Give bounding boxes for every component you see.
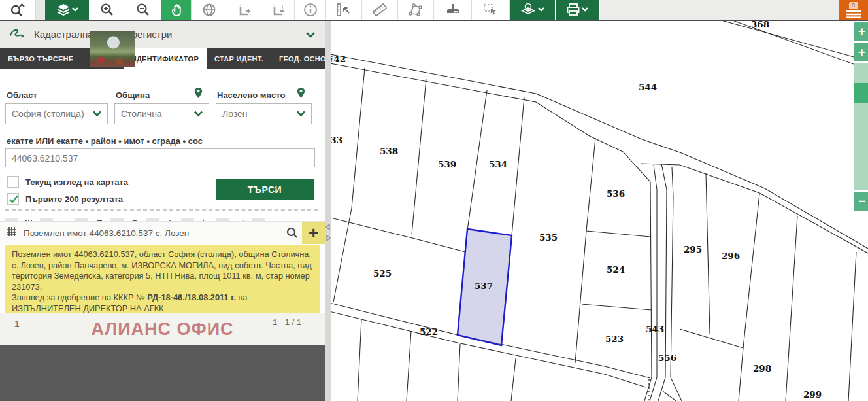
toolbar-button-ruler[interactable]	[362, 0, 398, 20]
app-window: { "colors":{"dark_green":"#1b6f41","brig…	[0, 0, 868, 401]
result-row[interactable]: Поземлен имот 44063.6210.537 с. Лозен +	[0, 221, 325, 244]
parcel-details: Поземлен имот 44063.6210.537, област Соф…	[5, 245, 320, 319]
info-icon	[303, 2, 318, 18]
parcel-boundary	[358, 319, 361, 401]
location-pin-icon[interactable]	[295, 86, 307, 102]
search-icon[interactable]	[282, 222, 302, 244]
parcel-boundary	[786, 216, 797, 401]
measure-area-icon	[407, 2, 424, 18]
select-3[interactable]: Лозен	[216, 103, 312, 124]
details-paragraph-2: Заповед за одобрение на КККР № РД-18-46.…	[12, 292, 314, 314]
toolbar-button-pan-hand[interactable]	[161, 0, 192, 20]
toolbar-button-print[interactable]	[556, 0, 600, 20]
map-canvas[interactable]: 3685425445335385395345365352952965245255…	[325, 20, 868, 401]
tab-1[interactable]: БЪРЗО ТЪРСЕНЕ	[0, 48, 81, 69]
toolbar-button-search-collapse[interactable]	[0, 0, 36, 20]
toolbar-button-measure-area[interactable]	[398, 0, 434, 20]
parcel-label-544: 544	[639, 82, 657, 92]
collapse-left-icon[interactable]	[326, 221, 331, 233]
zoom-out-icon	[135, 2, 151, 18]
tab-4[interactable]: СТАР ИДЕНТ.	[207, 48, 271, 69]
toolbar-button-extent-minus[interactable]	[263, 0, 295, 20]
tab-3[interactable]: ИДЕНТИФИКАТОР	[124, 48, 207, 69]
ruler-icon	[371, 1, 388, 18]
basemap-dropdown-icon	[521, 3, 544, 17]
top-toolbar: 0	[0, 0, 868, 21]
toolbar-button-basemap-dropdown[interactable]	[510, 0, 556, 20]
parcel-label-525: 525	[373, 268, 392, 279]
search-button[interactable]: ТЪРСИ	[216, 179, 314, 200]
field-label-3: Населено място	[217, 90, 285, 100]
parcel-label-556: 556	[658, 353, 676, 363]
field-label-1: Област	[7, 90, 37, 100]
map-zoom-in-2-button[interactable]: +	[854, 43, 868, 61]
chevron-down-icon[interactable]	[305, 29, 316, 41]
checkbox-label: Текущ изглед на картата	[25, 177, 128, 187]
parcel-label-295: 295	[684, 244, 702, 254]
globe-icon	[201, 2, 217, 18]
parcel-boundary	[511, 358, 516, 401]
parcel-label-539: 539	[438, 159, 456, 169]
checkbox-icon[interactable]	[7, 176, 19, 188]
parcel-label-534: 534	[489, 159, 507, 169]
details-paragraph-1: Поземлен имот 44063.6210.537, област Соф…	[12, 249, 314, 292]
checkbox-checked-icon[interactable]	[7, 193, 19, 205]
toolbar-button-info[interactable]	[295, 0, 326, 20]
parcel-label-535: 535	[539, 232, 558, 243]
result-title: Поземлен имот 44063.6210.537 с. Лозен	[24, 228, 282, 238]
map-zoom-in-button[interactable]: +	[854, 22, 868, 41]
toolbar-spacer	[36, 0, 45, 20]
field-label-2: Община	[116, 90, 150, 100]
toolbar-empty-area	[600, 0, 839, 20]
order-number: РД-18-46./18.08.2011 г.	[147, 292, 235, 302]
parcel-boundary	[412, 79, 426, 234]
pan-hand-icon	[169, 3, 184, 17]
zoom-slider-handle[interactable]	[854, 83, 868, 103]
cadastral-map[interactable]: 3685425445335385395345365352952965245255…	[325, 20, 868, 401]
parcel-boundary	[333, 218, 465, 252]
parcel-boundary	[586, 231, 650, 237]
checkbox-row-1[interactable]: Текущ изглед на картата	[7, 176, 128, 188]
toolbar-button-select-region[interactable]	[472, 0, 510, 20]
chevron-down-icon	[193, 108, 203, 120]
zoom-slider-track[interactable]	[854, 63, 868, 190]
toolbar-button-globe[interactable]	[192, 0, 227, 20]
parcel-label-524: 524	[607, 264, 625, 275]
toolbar-button-zoom-out[interactable]	[125, 0, 161, 20]
parcel-boundary	[582, 304, 652, 310]
checkbox-row-2[interactable]: Първите 200 резултата	[7, 193, 123, 205]
toolbar-button-extent-plus[interactable]	[227, 0, 263, 20]
dashed-separator	[5, 209, 318, 211]
add-icon[interactable]: +	[302, 222, 325, 244]
parcel-boundary	[407, 331, 411, 401]
parcel-label-537: 537	[475, 281, 493, 291]
sidebar-resize-handle[interactable]	[325, 20, 331, 401]
menu-button[interactable]: 0	[839, 0, 868, 20]
location-pin-icon[interactable]	[193, 86, 204, 102]
zoom-in-icon	[99, 2, 115, 18]
parcel-boundary	[642, 139, 868, 249]
map-zoom-out-button[interactable]: −	[854, 192, 868, 211]
select-2[interactable]: Столична	[114, 103, 209, 124]
toolbar-button-zoom-in[interactable]	[90, 0, 125, 20]
checkbox-label: Първите 200 резултата	[25, 194, 123, 204]
identifier-input[interactable]	[5, 148, 315, 167]
select-1[interactable]: София (столица)	[5, 103, 108, 124]
parcel-boundary	[512, 97, 524, 235]
toolbar-button-stamp-tool[interactable]	[434, 0, 472, 20]
expand-right-icon[interactable]	[326, 232, 331, 244]
parcel-label-299: 299	[803, 389, 822, 400]
parcel-boundary	[706, 173, 710, 334]
toolbar-button-layers-dropdown[interactable]	[45, 0, 90, 20]
toolbar-button-scale-measure[interactable]	[326, 0, 362, 20]
pagination-bar: 1 АЛИАНС ОФИС 1 - 1 / 1	[0, 313, 325, 345]
parcel-boundary	[719, 20, 868, 61]
parcel-label-543: 543	[646, 324, 664, 334]
parcel-boundary	[663, 391, 680, 401]
grid-icon	[6, 226, 18, 240]
sidebar-footer	[0, 345, 325, 401]
tab-5[interactable]: ГЕОД. ОСНОВА	[271, 48, 344, 69]
select-value: София (столица)	[12, 109, 84, 119]
parcel-boundary	[671, 167, 682, 401]
panel-header[interactable]: Кадастрална карта и регистри	[0, 21, 325, 48]
